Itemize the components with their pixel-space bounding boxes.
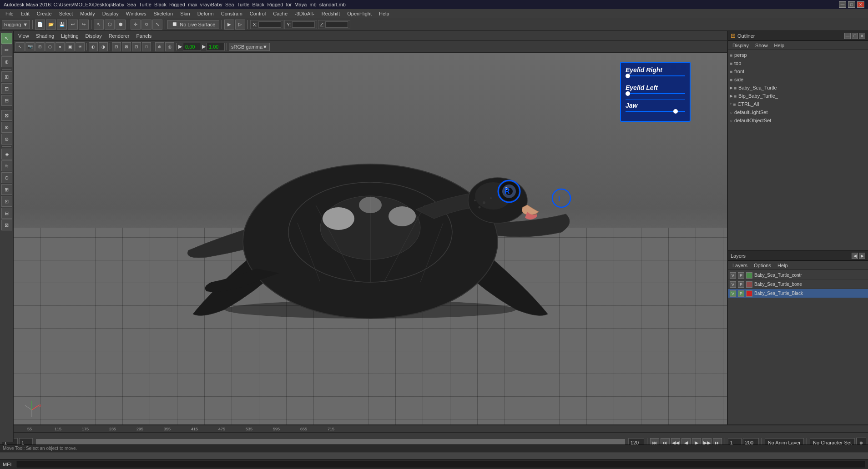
hud-jaw-handle[interactable] bbox=[673, 109, 678, 114]
coord-z-input[interactable] bbox=[325, 21, 348, 28]
layer-playback-btn-3[interactable]: P bbox=[738, 290, 744, 297]
hud-jaw-track[interactable] bbox=[626, 111, 685, 112]
hud-eyelid-right-track[interactable] bbox=[626, 75, 685, 76]
vp-menu-panels[interactable]: Panels bbox=[134, 32, 155, 40]
ipr-button[interactable]: ▷ bbox=[235, 20, 245, 30]
outliner-minimize-btn[interactable]: — bbox=[844, 33, 851, 39]
vp-xray-btn[interactable]: ◎ bbox=[165, 42, 174, 51]
outliner-menu-help[interactable]: Help bbox=[772, 42, 787, 49]
menu-openflight[interactable]: OpenFlight bbox=[343, 10, 375, 17]
layer-btn-4[interactable]: ⊡ bbox=[1, 196, 12, 207]
menu-display[interactable]: Display bbox=[99, 10, 122, 17]
paint-tool-button[interactable]: ✏ bbox=[1, 45, 12, 55]
menu-file[interactable]: File bbox=[2, 10, 17, 17]
vp-isoline-btn[interactable]: ⊕ bbox=[155, 42, 164, 51]
outliner-item-bip-baby-turtle[interactable]: ▶ ■ Bip_Baby_Turtle_ bbox=[728, 92, 868, 100]
vp-shadow-btn[interactable]: ◐ bbox=[89, 42, 98, 51]
vp-grid-btn[interactable]: ⊞ bbox=[35, 42, 45, 51]
vp-grid-show-btn[interactable]: ⊟ bbox=[112, 42, 121, 51]
hud-eyelid-left-track[interactable] bbox=[626, 93, 685, 94]
menu-skeleton[interactable]: Skeleton bbox=[150, 10, 177, 17]
outliner-item-front[interactable]: ■ front bbox=[728, 67, 868, 75]
hud-eyelid-left-handle[interactable] bbox=[626, 91, 630, 96]
menu-deform[interactable]: Deform bbox=[194, 10, 217, 17]
layer-row-2[interactable]: V P Baby_Sea_Turtle_bone bbox=[728, 280, 868, 289]
layer-playback-btn-2[interactable]: P bbox=[738, 281, 744, 288]
paint-select-button[interactable]: ⬢ bbox=[116, 20, 126, 30]
menu-constrain[interactable]: Constrain bbox=[217, 10, 246, 17]
layer-btn-3[interactable]: ⊞ bbox=[1, 184, 12, 195]
scale-tool-button[interactable]: ⤡ bbox=[152, 20, 162, 30]
menu-skin[interactable]: Skin bbox=[177, 10, 193, 17]
layer-btn-5[interactable]: ⊟ bbox=[1, 208, 12, 219]
menu-modify[interactable]: Modify bbox=[76, 10, 98, 17]
vp-value-field-2[interactable]: 1.00 bbox=[207, 43, 225, 51]
undo-button[interactable]: ↩ bbox=[68, 20, 78, 30]
viewport-3d-canvas[interactable]: R I Eyelid Right bbox=[14, 53, 727, 442]
vp-menu-view[interactable]: View bbox=[15, 32, 32, 40]
close-button[interactable]: ✕ bbox=[857, 1, 864, 8]
render-button[interactable]: ▶ bbox=[224, 20, 234, 30]
layer-visible-btn-3[interactable]: V bbox=[730, 290, 736, 297]
layer-visible-btn-2[interactable]: V bbox=[730, 281, 736, 288]
vp-light-btn[interactable]: ☀ bbox=[76, 42, 85, 51]
layer-btn-2[interactable]: ⊝ bbox=[1, 172, 12, 183]
menu-control[interactable]: Control bbox=[246, 10, 269, 17]
outliner-maximize-btn[interactable]: □ bbox=[852, 33, 858, 39]
mel-input[interactable] bbox=[16, 461, 865, 468]
vp-mask-btn[interactable]: □ bbox=[142, 42, 151, 51]
orient-button[interactable]: ⊚ bbox=[1, 134, 12, 145]
outliner-item-top[interactable]: ■ top bbox=[728, 59, 868, 67]
outliner-item-ctrl-all[interactable]: + ■ CTRL_All bbox=[728, 100, 868, 108]
outliner-item-persp[interactable]: ■ persp bbox=[728, 51, 868, 59]
layers-scroll-left-btn[interactable]: ◀ bbox=[852, 253, 858, 259]
maximize-button[interactable]: □ bbox=[848, 1, 855, 8]
layer-btn-6[interactable]: ⊠ bbox=[1, 220, 12, 230]
layer-visible-btn-1[interactable]: V bbox=[730, 272, 736, 279]
snap-button[interactable]: ⊠ bbox=[1, 110, 12, 121]
select-mode-button[interactable]: ↖ bbox=[1, 33, 12, 44]
vp-menu-renderer[interactable]: Renderer bbox=[106, 32, 132, 40]
hud-eyelid-right-handle[interactable] bbox=[626, 74, 630, 78]
soft-mod-button[interactable]: ⊡ bbox=[1, 83, 12, 94]
layers-menu-layers[interactable]: Layers bbox=[730, 262, 750, 269]
outliner-close-btn[interactable]: ✕ bbox=[859, 33, 865, 39]
vp-gate-btn[interactable]: ⊡ bbox=[132, 42, 141, 51]
layers-menu-options[interactable]: Options bbox=[751, 262, 774, 269]
lasso-tool-button[interactable]: ⬡ bbox=[105, 20, 115, 30]
new-scene-button[interactable]: 📄 bbox=[35, 20, 45, 30]
layer-row-1[interactable]: V P Baby_Sea_Turtle_contr bbox=[728, 271, 868, 280]
vp-menu-lighting[interactable]: Lighting bbox=[58, 32, 81, 40]
lattice-button[interactable]: ⊟ bbox=[1, 95, 12, 106]
show-manipulator-button[interactable]: ◈ bbox=[1, 149, 12, 160]
minimize-button[interactable]: — bbox=[839, 1, 846, 8]
live-surface-button[interactable]: 🔲 No Live Surface bbox=[167, 20, 219, 29]
vp-texture-btn[interactable]: ▣ bbox=[66, 42, 75, 51]
mode-dropdown[interactable]: Rigging ▼ bbox=[2, 20, 30, 29]
select-tool-button[interactable]: ↖ bbox=[94, 20, 104, 30]
vp-select-btn[interactable]: ↖ bbox=[15, 42, 25, 51]
layer-row-3[interactable]: V P Baby_Sea_Turtle_Black bbox=[728, 289, 868, 298]
sculpt-tool-button[interactable]: ⊕ bbox=[1, 56, 12, 67]
outliner-item-default-object-set[interactable]: ○ defaultObjectSet bbox=[728, 116, 868, 125]
menu-help[interactable]: Help bbox=[375, 10, 393, 17]
outliner-menu-display[interactable]: Display bbox=[730, 42, 752, 49]
menu-3dtoall[interactable]: -3DtoAll- bbox=[291, 10, 318, 17]
vp-ao-btn[interactable]: ◑ bbox=[99, 42, 108, 51]
menu-redshift[interactable]: Redshift bbox=[318, 10, 343, 17]
layers-scroll-right-btn[interactable]: ▶ bbox=[859, 253, 865, 259]
coord-y-input[interactable] bbox=[292, 21, 315, 28]
outliner-item-default-light-set[interactable]: ○ defaultLightSet bbox=[728, 108, 868, 116]
save-button[interactable]: 💾 bbox=[57, 20, 67, 30]
layers-menu-help[interactable]: Help bbox=[775, 262, 791, 269]
coord-x-input[interactable] bbox=[258, 21, 281, 28]
gamma-dropdown[interactable]: sRGB gamma ▼ bbox=[229, 43, 270, 51]
menu-select[interactable]: Select bbox=[56, 10, 77, 17]
vp-menu-shading[interactable]: Shading bbox=[33, 32, 57, 40]
vp-menu-display[interactable]: Display bbox=[83, 32, 105, 40]
vp-wire-btn[interactable]: ⬡ bbox=[45, 42, 55, 51]
outliner-item-side[interactable]: ■ side bbox=[728, 75, 868, 84]
rotate-tool-button[interactable]: ↻ bbox=[141, 20, 151, 30]
redo-button[interactable]: ↪ bbox=[79, 20, 89, 30]
vp-smooth-btn[interactable]: ● bbox=[56, 42, 65, 51]
